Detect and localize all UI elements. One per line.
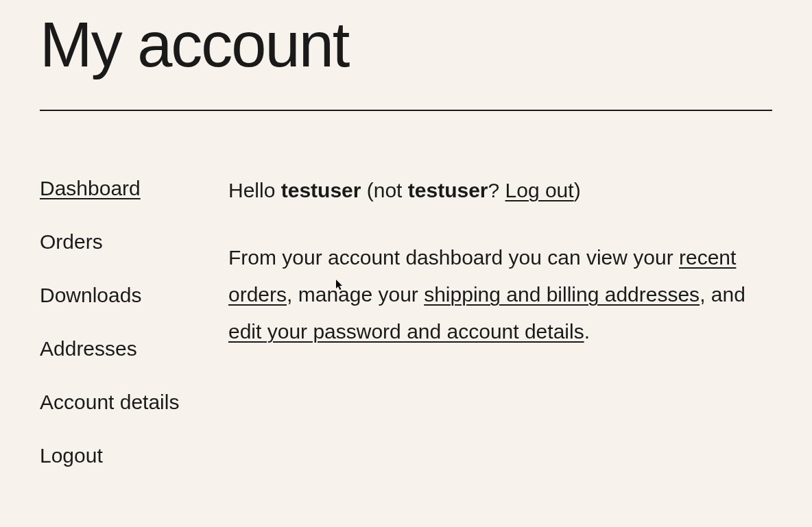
greeting-hello: Hello [228,179,281,201]
greeting-text: Hello testuser (not testuser? Log out) [228,176,772,205]
page-title: My account [40,0,772,110]
nav-link-orders[interactable]: Orders [40,230,103,253]
greeting-question: ? [488,179,505,201]
desc-part4: . [584,320,590,343]
divider [40,110,772,111]
greeting-closing: ) [574,179,581,201]
greeting-username: testuser [281,179,361,201]
desc-part3: , and [700,283,745,306]
account-nav: Dashboard Orders Downloads Addresses Acc… [40,176,228,497]
nav-link-dashboard[interactable]: Dashboard [40,177,141,199]
nav-link-addresses[interactable]: Addresses [40,337,137,360]
nav-item-downloads: Downloads [40,283,228,308]
greeting-username2: testuser [408,179,488,201]
nav-item-orders: Orders [40,230,228,254]
account-details-link[interactable]: edit your password and account details [228,320,584,343]
desc-part1: From your account dashboard you can view… [228,246,679,269]
main-content: Hello testuser (not testuser? Log out) F… [228,176,772,497]
dashboard-description: From your account dashboard you can view… [228,239,772,350]
desc-part2: , manage your [287,283,424,306]
logout-link[interactable]: Log out [505,179,574,201]
nav-link-logout[interactable]: Logout [40,444,103,467]
nav-item-addresses: Addresses [40,336,228,361]
addresses-link[interactable]: shipping and billing addresses [424,283,700,306]
nav-item-dashboard: Dashboard [40,176,228,201]
content-area: Dashboard Orders Downloads Addresses Acc… [40,176,772,497]
nav-item-account-details: Account details [40,390,228,415]
greeting-not-prefix: (not [361,179,407,201]
nav-link-account-details[interactable]: Account details [40,391,179,413]
nav-item-logout: Logout [40,443,228,468]
nav-link-downloads[interactable]: Downloads [40,284,141,306]
nav-list: Dashboard Orders Downloads Addresses Acc… [40,176,228,468]
